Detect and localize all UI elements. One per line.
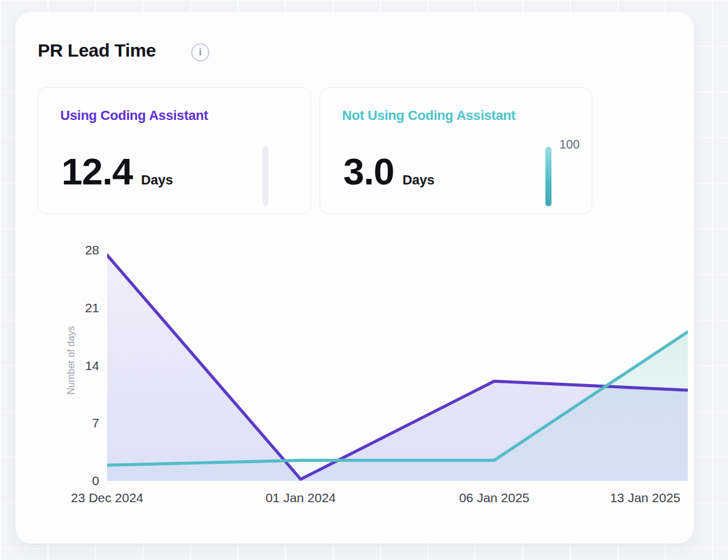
y-tick-label: 0 <box>63 474 99 488</box>
x-tick-label: 01 Jan 2024 <box>265 491 336 505</box>
lead-time-chart[interactable] <box>107 250 688 481</box>
stat-unit: Days <box>402 172 435 188</box>
stat-value: 3.0 <box>343 150 394 193</box>
info-icon-glyph: i <box>199 47 201 58</box>
x-axis-ticks: 23 Dec 202401 Jan 202406 Jan 202513 Jan … <box>15 491 694 506</box>
gauge-value-label: 100 <box>559 138 579 152</box>
stat-unit: Days <box>141 172 173 188</box>
x-tick-label: 23 Dec 2024 <box>71 491 143 505</box>
x-tick-label: 06 Jan 2025 <box>459 491 530 505</box>
info-icon[interactable]: i <box>191 43 209 61</box>
stat-label: Not Using Coding Assistant <box>342 108 516 124</box>
pr-lead-time-card: PR Lead Time i Using Coding Assistant 12… <box>15 12 694 544</box>
stat-card-not-using-assistant: Not Using Coding Assistant 3.0 Days 100 <box>320 87 592 214</box>
y-tick-label: 14 <box>63 359 99 373</box>
y-tick-label: 7 <box>63 416 99 430</box>
gauge-bar-empty <box>262 146 268 206</box>
x-tick-label: 13 Jan 2025 <box>610 491 681 505</box>
gauge-bar-filled <box>545 147 551 206</box>
y-tick-label: 28 <box>63 243 99 257</box>
y-tick-label: 21 <box>63 301 99 315</box>
y-axis-ticks: 07142128 <box>15 12 99 544</box>
